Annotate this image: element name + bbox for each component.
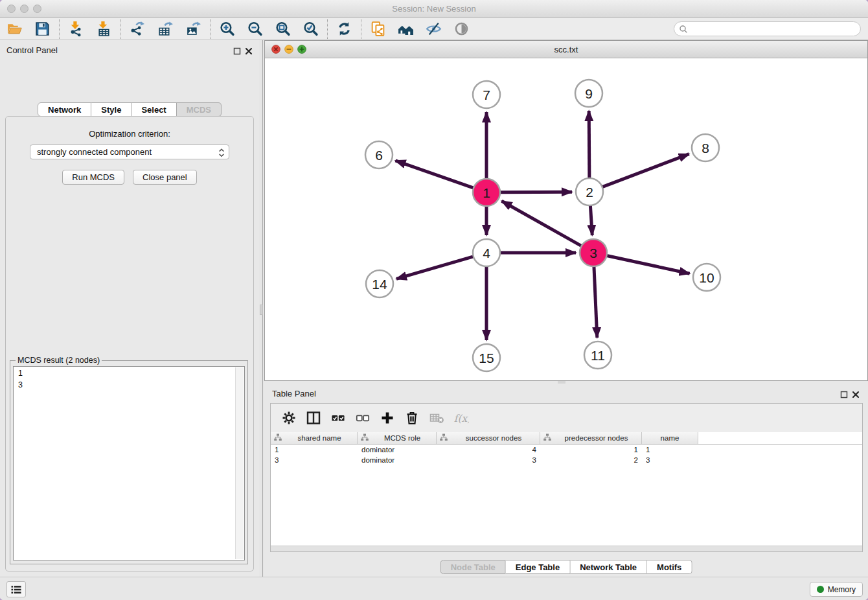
tab-mcds[interactable]: MCDS (177, 102, 222, 117)
close-table-panel-icon[interactable] (852, 389, 860, 397)
network-window: scc.txt 7968124314101511 (264, 40, 868, 381)
task-history-button[interactable] (6, 581, 26, 597)
run-mcds-button[interactable]: Run MCDS (62, 170, 124, 185)
column-label: name (642, 434, 698, 442)
network-graph[interactable]: 7968124314101511 (265, 58, 867, 380)
zoom-in-icon[interactable] (218, 20, 236, 38)
table-cell: 2 (540, 455, 642, 465)
tree-icon (540, 433, 551, 443)
tab-network-table[interactable]: Network Table (570, 560, 647, 574)
node-label-4: 4 (483, 246, 490, 260)
tab-motifs[interactable]: Motifs (647, 560, 692, 574)
duplicate-network-icon[interactable] (369, 20, 387, 38)
tab-style[interactable]: Style (91, 102, 131, 117)
edge-3-1[interactable] (502, 201, 582, 246)
column-header-shared-name[interactable]: shared name (271, 432, 358, 444)
close-panel-icon[interactable] (245, 46, 253, 54)
open-session-icon[interactable] (6, 20, 23, 38)
toolbar-separator (120, 19, 121, 39)
close-panel-button[interactable]: Close panel (133, 170, 197, 185)
tree-icon (271, 433, 282, 443)
status-bar: Memory (0, 577, 868, 600)
table-cell: 1 (271, 444, 358, 455)
memory-label: Memory (828, 585, 856, 594)
import-table-icon[interactable] (95, 20, 113, 38)
export-table-icon[interactable] (157, 20, 174, 38)
fx-icon: f(x) (452, 409, 470, 427)
tab-edge-table[interactable]: Edge Table (506, 560, 570, 574)
export-network-icon[interactable] (129, 20, 146, 38)
tree-icon (358, 433, 369, 443)
table-panel-tabs: Node TableEdge TableNetwork TableMotifs (440, 560, 692, 574)
column-label: successor nodes (448, 434, 540, 442)
eye-icon[interactable] (453, 20, 470, 38)
optimization-criterion-dropdown[interactable]: strongly connected component (30, 144, 229, 159)
result-scrollbar[interactable] (235, 367, 244, 559)
mcds-result-text[interactable]: 1 3 (13, 366, 245, 560)
tab-node-table[interactable]: Node Table (440, 560, 506, 574)
column-header-predecessor-nodes[interactable]: predecessor nodes (540, 432, 642, 444)
network-window-titlebar[interactable]: scc.txt (265, 41, 867, 58)
column-header-successor-nodes[interactable]: successor nodes (437, 432, 540, 444)
zoom-fit-icon[interactable] (274, 20, 291, 38)
export-image-icon[interactable] (185, 20, 202, 38)
table-row[interactable]: 1dominator411 (271, 444, 862, 455)
node-table[interactable]: shared nameMCDS rolesuccessor nodesprede… (271, 432, 862, 546)
import-network-icon[interactable] (67, 20, 85, 38)
node-label-14: 14 (372, 277, 387, 292)
table-header-row: shared nameMCDS rolesuccessor nodesprede… (271, 432, 862, 444)
edge-2-9[interactable] (589, 111, 589, 178)
edge-1-6[interactable] (395, 161, 474, 188)
table-cell: 1 (540, 444, 642, 455)
zoom-out-icon[interactable] (246, 20, 264, 38)
node-table-box: f(x) shared nameMCDS rolesuccessor nodes… (270, 403, 863, 552)
settings-icon[interactable] (280, 409, 298, 427)
mcds-tab-pane: Optimization criterion: strongly connect… (5, 116, 254, 571)
table-toolbar: f(x) (271, 404, 862, 432)
float-table-panel-icon[interactable] (840, 389, 848, 397)
splitter-handle[interactable] (260, 305, 263, 315)
control-panel-header: Control Panel (0, 40, 259, 60)
delete-table-icon (428, 409, 446, 427)
delete-icon[interactable] (403, 409, 421, 427)
select-all-icon[interactable] (329, 409, 347, 427)
zoom-selected-icon[interactable] (302, 20, 319, 38)
table-panel: Table Panel f(x) shared nameMCDS rolesuc… (264, 384, 868, 577)
search-input[interactable] (674, 21, 861, 36)
edge-2-3[interactable] (590, 205, 592, 235)
memory-button[interactable]: Memory (810, 582, 863, 597)
split-columns-icon[interactable] (304, 409, 323, 427)
deselect-all-icon[interactable] (354, 409, 372, 427)
node-label-7: 7 (483, 87, 490, 102)
vertical-splitter[interactable] (259, 40, 264, 577)
save-session-icon[interactable] (34, 20, 51, 38)
table-row[interactable]: 3dominator323 (271, 455, 862, 465)
tab-select[interactable]: Select (131, 102, 176, 117)
network-title: scc.txt (265, 45, 867, 54)
toolbar-separator (327, 19, 328, 39)
column-header-MCDS-role[interactable]: MCDS role (358, 432, 437, 444)
table-cell: 4 (437, 444, 540, 455)
edge-2-8[interactable] (602, 154, 689, 187)
edge-3-11[interactable] (594, 266, 597, 338)
application-window: Session: New Session Control Panel Netwo… (0, 0, 868, 600)
column-label: predecessor nodes (551, 434, 641, 442)
eye-slash-icon[interactable] (425, 20, 442, 38)
column-header-name[interactable]: name (642, 432, 698, 444)
window-titlebar[interactable]: Session: New Session (0, 0, 868, 18)
control-panel-title: Control Panel (6, 45, 58, 55)
node-label-15: 15 (479, 351, 494, 365)
tab-network[interactable]: Network (38, 102, 91, 117)
edge-4-14[interactable] (396, 257, 474, 279)
table-cell: 3 (271, 455, 358, 465)
float-panel-icon[interactable] (233, 46, 241, 54)
network-canvas[interactable]: 7968124314101511 (265, 58, 867, 380)
add-icon[interactable] (378, 409, 396, 427)
edge-1-2[interactable] (500, 192, 572, 192)
search-icon (678, 24, 689, 34)
apply-layout-icon[interactable] (336, 20, 353, 38)
node-label-9: 9 (585, 86, 593, 101)
homes-icon[interactable] (397, 20, 415, 38)
edge-3-10[interactable] (607, 255, 690, 273)
table-hscroll-track[interactable] (271, 546, 862, 551)
